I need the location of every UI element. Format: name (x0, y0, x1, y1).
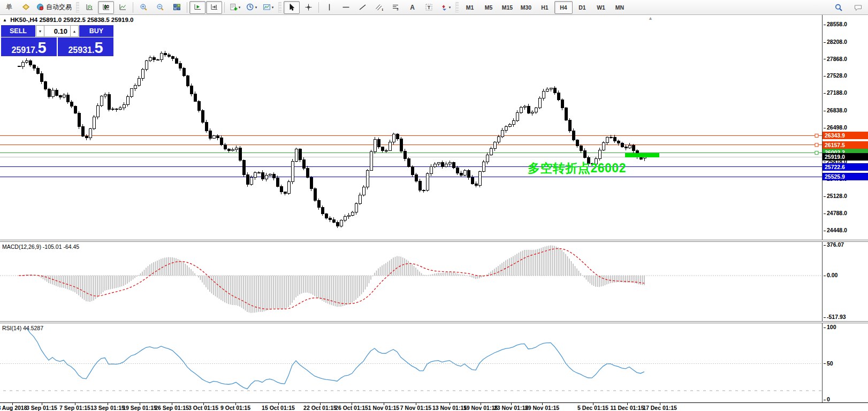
candlestick-chart-button[interactable] (98, 1, 114, 14)
x-axis-label: 17 Dec 01:15 (643, 405, 677, 411)
x-axis-label: 23 Nov 01:15 (494, 405, 528, 411)
autotrading-button-label: 自动交易 (46, 3, 72, 12)
timeframe-W1[interactable]: W1 (592, 1, 610, 14)
rsi-canvas[interactable] (0, 323, 822, 402)
macd-panel-separator[interactable] (0, 240, 868, 242)
timeframe-D1[interactable]: D1 (573, 1, 591, 14)
equidistant-channel-icon: E (375, 3, 383, 11)
timeframe-MN[interactable]: MN (611, 1, 629, 14)
x-axis-label: 7 Nov 01:15 (400, 405, 431, 411)
text-label-icon: T (425, 3, 433, 11)
arrows-button[interactable]: ▾ (437, 1, 453, 14)
volume-increase-button[interactable]: ▲ (70, 25, 79, 37)
support-line-1-price-tag: 25722.6 (823, 163, 868, 171)
auto-scroll-icon (194, 3, 202, 11)
chat-button[interactable] (850, 1, 866, 14)
timeframe-M1[interactable]: M1 (461, 1, 479, 14)
line-chart-icon (119, 3, 127, 11)
autotrading-button[interactable]: 自动交易 (34, 1, 74, 14)
horizontal-line-button[interactable] (338, 1, 354, 14)
periods-button[interactable]: ▾ (243, 1, 260, 14)
timeframe-H1[interactable]: H1 (536, 1, 554, 14)
deposit-button[interactable] (18, 1, 34, 14)
timeframe-M5[interactable]: M5 (479, 1, 498, 14)
pivot-line-handle[interactable] (815, 151, 818, 154)
macd-histogram (19, 246, 644, 313)
sell-button[interactable]: SELL (1, 25, 35, 37)
rsi-axis-label: 0 (824, 396, 830, 402)
highlight-zone[interactable] (625, 153, 659, 157)
chart-header: ▲ HK50-,H4 25891.0 25922.5 25838.5 25919… (3, 17, 133, 23)
resistance-line-1-handle[interactable] (815, 134, 818, 137)
zoom-in-button[interactable] (135, 1, 151, 14)
auto-scroll-button[interactable] (189, 1, 205, 14)
one-click-trading-panel: SELL ▼ 0.10 ▲ BUY 25917. 5 25931. 5 (1, 25, 113, 56)
macd-axis-label: -517.93 (824, 314, 846, 320)
search-button[interactable] (831, 1, 847, 14)
svg-text:T: T (427, 5, 430, 10)
x-axis-label: 5 Dec 01:15 (577, 405, 608, 411)
x-axis-label: 15 Oct 01:15 (262, 405, 295, 411)
deposit-icon (22, 3, 30, 11)
main-toolbar: 单自动交易▾▾▾EFAT▾M1M5M15M30H1H4D1W1MN (0, 0, 868, 15)
buy-price-main: 25931. (68, 46, 94, 55)
text-label-button[interactable]: T (421, 1, 437, 14)
text-icon: A (408, 3, 416, 11)
x-axis-label: 26 Oct 01:15 (335, 405, 368, 411)
rsi-line (26, 328, 644, 389)
sell-price-button[interactable]: 25917. 5 (1, 37, 57, 56)
resistance-line-1-price-tag: 26343.9 (823, 132, 868, 139)
volume-input[interactable]: 0.10 (44, 25, 70, 37)
x-axis-label: 22 Oct 01:15 (303, 405, 337, 411)
crosshair-button[interactable] (300, 1, 316, 14)
timeframe-M30[interactable]: M30 (517, 1, 535, 14)
tile-windows-button[interactable] (169, 1, 185, 14)
buy-button[interactable]: BUY (79, 25, 113, 37)
candlestick-chart-icon (102, 3, 110, 11)
search-icon (835, 4, 843, 12)
cursor-button[interactable] (284, 1, 300, 14)
buy-price-button[interactable]: 25931. 5 (58, 37, 113, 56)
chart-shift-button[interactable] (206, 1, 222, 14)
zoom-out-button[interactable] (152, 1, 168, 14)
resistance-line-2-handle[interactable] (815, 143, 818, 147)
toolbar-separator (133, 2, 133, 13)
volume-decrease-button[interactable]: ▼ (36, 25, 44, 37)
new-order-button-label: 单 (6, 3, 12, 12)
chat-icon (854, 4, 862, 12)
new-order-button[interactable]: 单 (1, 1, 17, 14)
fibonacci-button[interactable]: F (387, 1, 403, 14)
vertical-line-button[interactable] (321, 1, 337, 14)
toolbar-separator (318, 2, 319, 13)
dropdown-caret-icon: ▾ (239, 5, 241, 10)
trendline-button[interactable] (354, 1, 370, 14)
line-chart-button[interactable] (115, 1, 131, 14)
templates-button[interactable]: ▾ (260, 1, 276, 14)
x-axis-label: 19 Nov 01:15 (463, 405, 498, 411)
timeframe-H4[interactable]: H4 (554, 1, 573, 14)
autotrading-icon (36, 3, 44, 11)
bar-chart-button[interactable] (81, 1, 97, 14)
x-axis-label: 11 Dec 01:15 (610, 405, 644, 411)
chart-open: 25891.0 (39, 17, 62, 23)
equidistant-channel-button[interactable]: E (371, 1, 387, 14)
y-axis-label: 27868.0 (824, 56, 847, 62)
dropdown-caret-icon: ▾ (272, 5, 274, 10)
x-axis-label: 13 Nov 01:15 (432, 405, 467, 411)
rsi-panel-separator[interactable] (0, 321, 868, 323)
y-axis-label: 24448.0 (824, 227, 847, 233)
chart-annotation[interactable]: 多空转折点26002 (528, 160, 626, 177)
zoom-out-icon (156, 3, 164, 11)
chart-high: 25922.5 (63, 17, 86, 23)
macd-indicator-label: MACD(12,26,9) -105.01 -64.45 (2, 243, 79, 250)
chart-close: 25919.0 (111, 17, 134, 23)
macd-canvas[interactable] (0, 242, 822, 321)
indicators-button[interactable]: ▾ (227, 1, 243, 14)
y-axis-label: 26498.0 (824, 124, 847, 131)
toolbar-separator (224, 2, 225, 13)
main-chart-canvas[interactable] (0, 15, 822, 240)
trendline-icon (359, 3, 367, 11)
text-button[interactable]: A (404, 1, 420, 14)
x-axis-label: 9 Oct 01:15 (220, 405, 250, 411)
timeframe-M15[interactable]: M15 (498, 1, 516, 14)
